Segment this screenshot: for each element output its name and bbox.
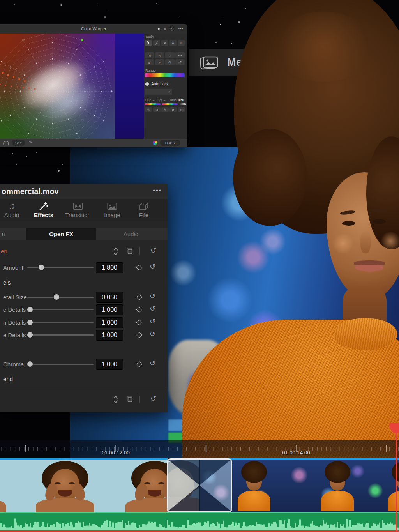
color-warper-panel: Color Warper ● ■ ••• Tools ╱ ⸙ ✕ ⌗ <box>0 24 187 147</box>
hue-pen-button[interactable]: ✎ <box>145 107 152 112</box>
reorder-icon[interactable] <box>113 395 118 404</box>
amount-value[interactable]: 1.800 <box>96 262 123 273</box>
tab-file[interactable]: File <box>127 201 160 221</box>
tab-image[interactable]: Image <box>96 201 129 221</box>
tab-audio[interactable]: ♫ Audio <box>0 201 28 221</box>
sat-strip[interactable] <box>162 103 178 105</box>
warp-tool-button[interactable]: ↗ <box>155 59 164 65</box>
audio-tab-icon: ♫ <box>0 201 28 212</box>
reset-icon[interactable]: ↺ <box>150 304 155 313</box>
video-clip-right[interactable] <box>229 458 399 514</box>
detail-size-knob[interactable] <box>54 294 59 300</box>
color-warper-grid[interactable] <box>0 34 115 139</box>
amount-slider[interactable] <box>27 267 94 268</box>
luma-reset-button[interactable]: ↺ <box>178 107 185 112</box>
subtab-truncated[interactable]: n <box>2 228 5 240</box>
grid-tool-button[interactable]: ✕ <box>169 40 177 46</box>
reset-icon[interactable]: ↺ <box>150 262 155 271</box>
amount-knob[interactable] <box>39 265 44 270</box>
pin-tool-button[interactable]: ⸙ <box>161 40 168 46</box>
subtab-audio[interactable]: Audio <box>96 228 166 240</box>
transition-tab-icon <box>62 201 94 212</box>
medium-details-slider[interactable] <box>27 322 94 323</box>
reset-tool-button[interactable]: ↺ <box>175 59 185 65</box>
slider-row-chroma: Chroma 1.000 ↺ <box>0 359 168 370</box>
keyframe-icon[interactable] <box>136 320 143 326</box>
reset-icon[interactable]: ↺ <box>150 317 155 326</box>
timeline-ruler[interactable]: 01:00:12:00 01:00:14:00 <box>0 440 399 458</box>
playhead-line[interactable] <box>396 423 397 532</box>
reset-history-icon[interactable]: ↺ <box>150 246 156 255</box>
fine-details-slider[interactable] <box>27 334 94 336</box>
hue-dash: – <box>153 98 154 102</box>
bypass-icon[interactable]: ● <box>157 24 160 34</box>
fine-details-value[interactable]: 1.000 <box>96 330 123 341</box>
disable-icon[interactable] <box>170 27 174 31</box>
cross-dissolve-transition[interactable] <box>167 458 232 513</box>
trash-icon[interactable] <box>127 247 133 255</box>
reset-icon[interactable]: ↺ <box>150 359 155 368</box>
range-gradient-bar[interactable] <box>145 73 185 77</box>
fine-details-knob[interactable] <box>27 332 33 338</box>
cursor-tool-button[interactable] <box>145 40 152 46</box>
panel-options-icon[interactable]: ••• <box>178 24 184 34</box>
detail-size-value[interactable]: 0.050 <box>96 292 123 303</box>
luma-strip[interactable] <box>179 103 186 105</box>
tab-effects[interactable]: Effects <box>27 201 60 221</box>
coarse-details-value[interactable]: 1.000 <box>96 304 123 315</box>
medium-details-value[interactable]: 1.000 <box>96 317 123 328</box>
keyframe-icon[interactable] <box>136 265 143 271</box>
woman-hair-left <box>233 129 307 226</box>
auto-lock-row[interactable]: Auto Lock <box>145 82 168 86</box>
color-space-dropdown[interactable]: HSP∨ <box>160 140 180 146</box>
subtab-openfx[interactable]: Open FX <box>26 228 96 240</box>
color-warper-titlebar[interactable]: Color Warper ● ■ ••• <box>0 24 187 34</box>
expand-tool-button[interactable]: ⌗ <box>178 40 185 46</box>
coarse-details-slider[interactable] <box>27 309 94 310</box>
video-clip-left[interactable] <box>0 458 168 514</box>
trash-icon[interactable] <box>127 396 133 403</box>
auto-lock-toggle[interactable] <box>145 82 149 86</box>
warp-tool-button[interactable]: ↙ <box>145 59 154 65</box>
window-icon[interactable]: ■ <box>164 24 166 34</box>
medium-details-knob[interactable] <box>27 320 33 325</box>
app-screenshot: Media Pool Color Warper ● ■ <box>0 0 399 532</box>
color-space-value: HSP <box>165 141 173 145</box>
color-warper-wheel-area[interactable] <box>0 34 144 139</box>
reorder-icon[interactable] <box>113 247 118 256</box>
sat-reset-button[interactable]: ↺ <box>169 107 177 112</box>
draw-icon[interactable]: ✎ <box>29 140 32 145</box>
keyframe-icon[interactable] <box>136 307 143 313</box>
hue-strip[interactable] <box>145 103 161 105</box>
woman-sweater-collar <box>334 318 397 350</box>
chroma-slider[interactable] <box>27 364 94 365</box>
chroma-value[interactable]: 1.000 <box>96 359 123 370</box>
tab-transition[interactable]: Transition <box>62 201 94 221</box>
magnet-icon[interactable] <box>3 141 9 147</box>
sat-label: Sat <box>157 98 162 102</box>
target-tool-button[interactable]: ◎ <box>165 59 175 65</box>
inspector-options-icon[interactable]: ••• <box>153 184 162 197</box>
reset-icon[interactable]: ↺ <box>150 292 155 300</box>
warp-tool-button[interactable]: ↖ <box>155 52 164 58</box>
hue-reset-button[interactable]: ↺ <box>153 107 161 112</box>
lock-preset-dropdown[interactable]: ∨ <box>145 89 172 95</box>
audio-track-clip[interactable] <box>0 512 399 531</box>
slider-row-fine-details: e Details 1.000 ↺ <box>0 329 168 341</box>
clip-thumbnail <box>318 461 357 511</box>
chroma-knob[interactable] <box>27 361 33 367</box>
coarse-details-knob[interactable] <box>27 307 33 312</box>
clip-thumbnail <box>235 461 274 511</box>
grid-density-dropdown[interactable]: 12∨ <box>12 140 25 146</box>
sat-pen-button[interactable]: ✎ <box>161 107 169 112</box>
keyframe-icon[interactable] <box>136 332 143 338</box>
warp-tool-button[interactable]: ↘ <box>145 52 154 58</box>
dots-tool-button[interactable]: ••• <box>175 52 185 58</box>
lasso-tool-button[interactable]: ◌ <box>165 52 175 58</box>
keyframe-icon[interactable] <box>136 294 143 300</box>
detail-size-slider[interactable] <box>27 297 94 298</box>
pen-tool-button[interactable]: ╱ <box>153 40 160 46</box>
reset-history-icon[interactable]: ↺ <box>150 394 156 403</box>
reset-icon[interactable]: ↺ <box>150 330 155 338</box>
keyframe-icon[interactable] <box>136 361 143 368</box>
